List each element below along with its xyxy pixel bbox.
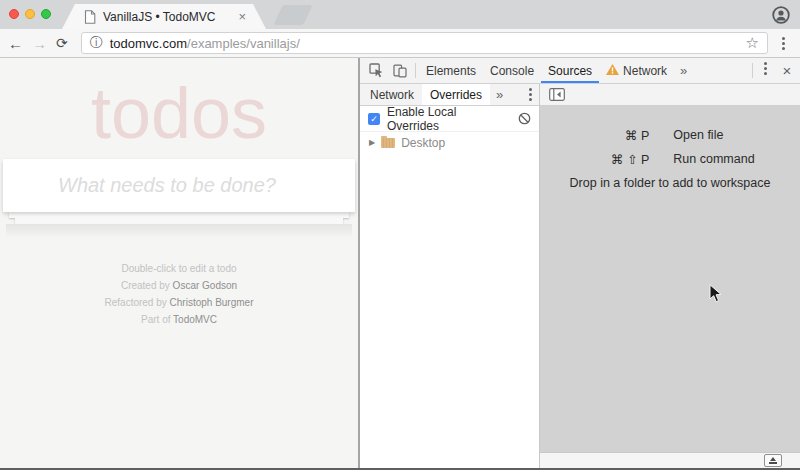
todo-stack-shadow — [6, 224, 352, 238]
folder-icon — [381, 138, 395, 148]
eject-icon[interactable] — [764, 454, 782, 467]
enable-overrides-row: ✓ Enable Local Overrides — [360, 106, 539, 132]
traffic-lights — [9, 9, 51, 19]
inspect-element-icon[interactable] — [364, 58, 388, 83]
window-zoom-button[interactable] — [41, 9, 51, 19]
devtools-close-icon[interactable]: × — [774, 58, 800, 83]
sources-editor-pane: ⌘ P Open file ⌘ ⇧ P Run command Drop in … — [540, 84, 800, 468]
shortcut-keys: ⌘ P — [585, 128, 649, 143]
navigator-more-tabs-icon[interactable]: » — [490, 84, 509, 105]
todo-footer-info: Double-click to edit a todo Created by O… — [0, 260, 358, 328]
back-icon[interactable]: ← — [8, 36, 23, 51]
info-text: Created by — [121, 280, 173, 291]
navigator-tabs: Network Overrides » — [360, 84, 539, 106]
tab-elements[interactable]: Elements — [419, 58, 483, 83]
browser-menu-icon[interactable] — [774, 33, 792, 53]
url-text: todomvc.com/examples/vanillajs/ — [110, 36, 300, 51]
workspace-drop-hint: Drop in a folder to add to workspace — [540, 176, 800, 190]
info-text: Part of — [141, 314, 173, 325]
new-tab-button[interactable] — [273, 5, 312, 25]
url-domain: todomvc.com — [110, 36, 187, 51]
browser-toolbar: ← → ⟳ ⓘ todomvc.com/examples/vanillajs/ … — [0, 29, 800, 58]
info-line: Refactored by Christoph Burgmer — [0, 294, 358, 311]
tab-close-icon[interactable]: × — [238, 10, 246, 23]
warning-icon — [606, 64, 619, 78]
tab-sources[interactable]: Sources — [541, 58, 599, 83]
editor-toolbar — [540, 84, 800, 106]
new-todo-card — [3, 159, 355, 212]
devtools-menu-icon[interactable] — [756, 58, 774, 78]
new-todo-input[interactable] — [3, 159, 355, 212]
shortcut-action: Run command — [673, 152, 754, 167]
site-info-icon[interactable]: ⓘ — [90, 34, 103, 52]
info-text: Double-click to edit a todo — [121, 263, 236, 274]
clear-overrides-icon[interactable] — [518, 112, 531, 125]
forward-icon: → — [32, 36, 47, 51]
page-favicon-icon — [84, 10, 96, 24]
devtools-body: Network Overrides » ✓ Enable Local Overr… — [360, 84, 800, 468]
reload-icon[interactable]: ⟳ — [56, 36, 68, 51]
info-link[interactable]: TodoMVC — [173, 314, 217, 325]
window-minimize-button[interactable] — [25, 9, 35, 19]
info-line: Double-click to edit a todo — [0, 260, 358, 277]
browser-tab[interactable]: VanillaJS • TodoMVC × — [62, 4, 266, 29]
info-line: Part of TodoMVC — [0, 311, 358, 328]
editor-status-bar — [540, 452, 800, 468]
tab-navigator-overrides[interactable]: Overrides — [422, 84, 490, 105]
devtools-panel: Elements Console Sources Network » × — [358, 58, 800, 468]
tab-console[interactable]: Console — [483, 58, 541, 83]
more-tabs-icon[interactable]: » — [674, 58, 693, 83]
bookmark-star-icon[interactable]: ☆ — [746, 34, 759, 52]
device-toolbar-icon[interactable] — [388, 58, 412, 83]
divider — [415, 63, 416, 78]
sources-navigator: Network Overrides » ✓ Enable Local Overr… — [360, 84, 540, 468]
tab-navigator-network[interactable]: Network — [362, 84, 422, 105]
shortcut-row: ⌘ P Open file — [585, 128, 754, 143]
todo-app-page: todos Double-click to edit a todo Create… — [0, 58, 358, 468]
devtools-toolbar: Elements Console Sources Network » × — [360, 58, 800, 84]
profile-avatar-icon[interactable] — [772, 6, 790, 24]
shortcut-keys: ⌘ ⇧ P — [585, 152, 649, 167]
info-text: Refactored by — [105, 297, 170, 308]
info-link[interactable]: Oscar Godson — [173, 280, 237, 291]
folder-tree-item-desktop[interactable]: ▶ Desktop — [360, 132, 539, 153]
folder-name: Desktop — [401, 136, 445, 150]
enable-overrides-label: Enable Local Overrides — [387, 105, 511, 133]
window-content: todos Double-click to edit a todo Create… — [0, 58, 800, 468]
shortcut-row: ⌘ ⇧ P Run command — [585, 152, 754, 167]
disclosure-triangle-icon[interactable]: ▶ — [369, 138, 375, 147]
browser-window: VanillaJS • TodoMVC × ← → ⟳ ⓘ todomvc.co… — [0, 0, 800, 470]
toggle-navigator-icon[interactable] — [545, 88, 569, 101]
info-link[interactable]: Christoph Burgmer — [170, 297, 254, 308]
todos-title: todos — [0, 72, 358, 155]
tab-title: VanillaJS • TodoMVC — [103, 10, 232, 24]
shortcut-action: Open file — [673, 128, 723, 143]
address-bar[interactable]: ⓘ todomvc.com/examples/vanillajs/ ☆ — [81, 32, 768, 54]
tab-network[interactable]: Network — [599, 58, 674, 83]
tab-network-label: Network — [623, 64, 667, 78]
info-line: Created by Oscar Godson — [0, 277, 358, 294]
tab-bar: VanillaJS • TodoMVC × — [0, 0, 800, 29]
navigator-menu-icon[interactable] — [521, 84, 539, 104]
divider — [752, 63, 753, 78]
url-path: /examples/vanillajs/ — [187, 36, 300, 51]
enable-overrides-checkbox[interactable]: ✓ — [368, 113, 380, 125]
shortcut-list: ⌘ P Open file ⌘ ⇧ P Run command — [585, 128, 754, 176]
window-close-button[interactable] — [9, 9, 19, 19]
editor-placeholder: ⌘ P Open file ⌘ ⇧ P Run command Drop in … — [540, 106, 800, 468]
